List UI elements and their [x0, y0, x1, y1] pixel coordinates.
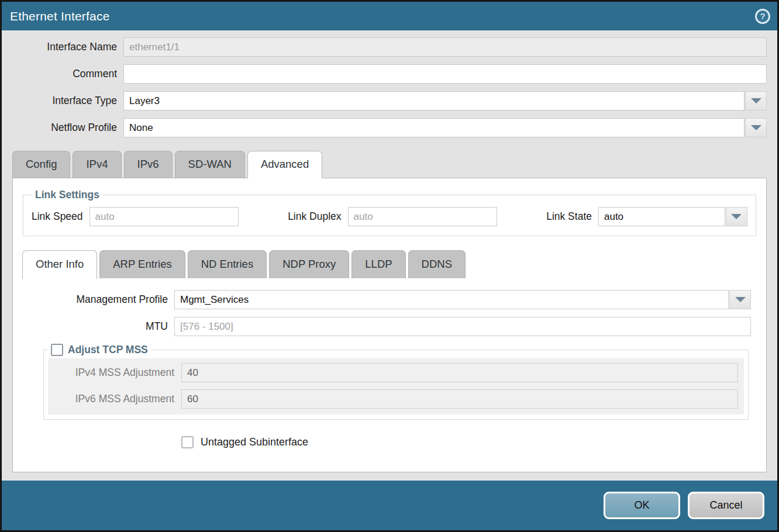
- adjust-tcp-mss-body: IPv4 MSS Adjustment IPv6 MSS Adjustment: [48, 358, 744, 414]
- mtu-row: MTU: [28, 317, 751, 336]
- chevron-down-icon: [751, 98, 761, 103]
- tab-ndp-proxy[interactable]: NDP Proxy: [269, 250, 349, 278]
- interface-name-field: [123, 37, 767, 57]
- chevron-down-icon: [735, 297, 746, 302]
- untagged-subinterface-row: Untagged Subinterface: [181, 436, 751, 448]
- dialog-body: Interface Name Comment Interface Type Ne…: [2, 30, 777, 481]
- untagged-subinterface-label: Untagged Subinterface: [194, 436, 308, 448]
- link-speed-label: Link Speed: [32, 210, 89, 223]
- ok-button[interactable]: OK: [604, 492, 680, 519]
- tab-ipv4[interactable]: IPv4: [73, 151, 121, 178]
- interface-name-row: Interface Name: [12, 37, 767, 57]
- interface-type-value[interactable]: [123, 91, 744, 110]
- adjust-tcp-mss-checkbox[interactable]: [51, 344, 63, 356]
- interface-type-dropdown[interactable]: [123, 91, 767, 110]
- dialog-title: Ethernet Interface: [10, 9, 110, 23]
- link-state-dropdown[interactable]: [598, 207, 747, 226]
- help-icon[interactable]: ?: [755, 9, 770, 24]
- netflow-profile-dropdown[interactable]: [123, 118, 767, 137]
- ipv4-mss-label: IPv4 MSS Adjustment: [54, 367, 181, 379]
- tab-ipv6[interactable]: IPv6: [124, 151, 173, 178]
- link-settings-row: Link Speed Link Duplex Link State: [32, 207, 747, 226]
- link-duplex-field[interactable]: [348, 207, 497, 226]
- adjust-tcp-mss-label: Adjust TCP MSS: [68, 344, 148, 356]
- netflow-profile-dropdown-button[interactable]: [745, 118, 767, 137]
- netflow-profile-value[interactable]: [123, 118, 744, 137]
- tab-lldp[interactable]: LLDP: [351, 250, 405, 278]
- tab-ddns[interactable]: DDNS: [408, 250, 466, 278]
- mtu-field[interactable]: [174, 317, 751, 336]
- cancel-button[interactable]: Cancel: [688, 492, 764, 519]
- link-speed-field[interactable]: [89, 207, 239, 226]
- link-state-dropdown-button[interactable]: [726, 207, 747, 226]
- tab-config[interactable]: Config: [12, 151, 70, 178]
- netflow-profile-row: Netflow Profile: [12, 118, 767, 137]
- ipv6-mss-row: IPv6 MSS Adjustment: [54, 389, 738, 409]
- ethernet-interface-dialog: Ethernet Interface ? Interface Name Comm…: [0, 0, 779, 532]
- interface-type-label: Interface Type: [12, 95, 123, 107]
- management-profile-label: Management Profile: [28, 293, 174, 306]
- tab-advanced[interactable]: Advanced: [247, 151, 322, 178]
- chevron-down-icon: [751, 125, 761, 130]
- tab-nd-entries[interactable]: ND Entries: [188, 250, 267, 278]
- main-tab-bar: Config IPv4 IPv6 SD-WAN Advanced: [12, 151, 767, 178]
- link-speed-group: Link Speed: [32, 207, 239, 226]
- tab-sd-wan[interactable]: SD-WAN: [175, 151, 245, 178]
- netflow-profile-label: Netflow Profile: [12, 122, 123, 134]
- link-duplex-label: Link Duplex: [288, 210, 347, 223]
- adjust-tcp-mss-legend: Adjust TCP MSS: [47, 344, 151, 356]
- interface-type-dropdown-button[interactable]: [745, 91, 767, 110]
- link-settings-fieldset: Link Settings Link Speed Link Duplex Lin…: [23, 189, 756, 236]
- interface-type-row: Interface Type: [12, 91, 767, 110]
- ipv4-mss-field: [181, 363, 738, 382]
- ipv6-mss-field: [181, 389, 738, 409]
- link-state-label: Link State: [546, 210, 598, 223]
- management-profile-row: Management Profile: [28, 290, 751, 309]
- management-profile-dropdown-button[interactable]: [729, 290, 751, 309]
- link-state-value[interactable]: [598, 207, 725, 226]
- interface-name-label: Interface Name: [12, 41, 123, 53]
- chevron-down-icon: [731, 214, 742, 219]
- sub-tab-bar: Other Info ARP Entries ND Entries NDP Pr…: [22, 250, 757, 278]
- ipv6-mss-label: IPv6 MSS Adjustment: [54, 393, 181, 405]
- link-state-group: Link State: [546, 207, 747, 226]
- ipv4-mss-row: IPv4 MSS Adjustment: [54, 363, 738, 382]
- management-profile-dropdown[interactable]: [174, 290, 751, 309]
- other-info-panel: Management Profile MTU Adjust: [22, 278, 757, 448]
- link-settings-legend: Link Settings: [32, 189, 103, 201]
- comment-field[interactable]: [123, 64, 767, 84]
- comment-label: Comment: [12, 68, 123, 80]
- dialog-footer: OK Cancel: [2, 481, 777, 530]
- untagged-subinterface-checkbox[interactable]: [181, 436, 194, 448]
- management-profile-value[interactable]: [174, 290, 729, 309]
- comment-row: Comment: [12, 64, 767, 84]
- dialog-titlebar: Ethernet Interface ?: [2, 2, 777, 30]
- advanced-tab-panel: Link Settings Link Speed Link Duplex Lin…: [12, 178, 767, 472]
- tab-arp-entries[interactable]: ARP Entries: [99, 250, 185, 278]
- adjust-tcp-mss-fieldset: Adjust TCP MSS IPv4 MSS Adjustment IPv6 …: [43, 344, 749, 420]
- link-duplex-group: Link Duplex: [288, 207, 497, 226]
- tab-other-info[interactable]: Other Info: [22, 250, 97, 279]
- mtu-label: MTU: [28, 320, 174, 333]
